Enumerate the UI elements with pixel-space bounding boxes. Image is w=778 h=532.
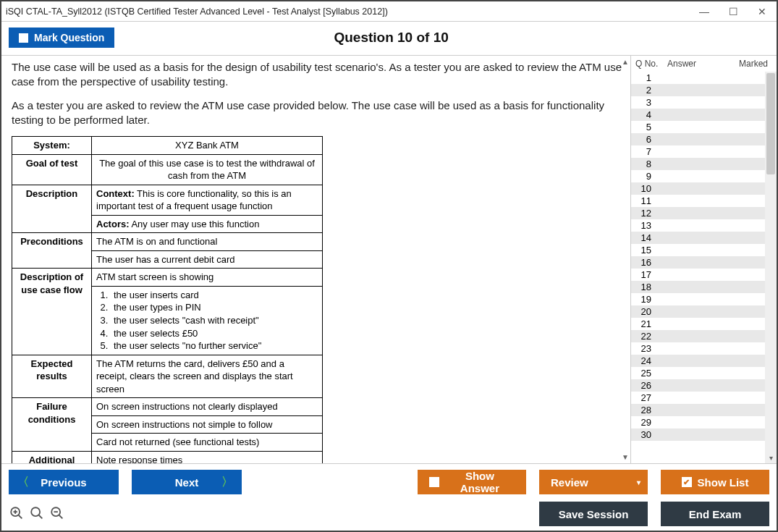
precond-2: The user has a current debit card [92, 250, 323, 269]
main-area: ▲ The use case will be used as a basis f… [1, 55, 777, 464]
marked-col: Marked [735, 59, 774, 69]
svg-line-5 [39, 515, 43, 519]
desc-actors: Actors: Any user may use this function [92, 215, 323, 233]
svg-line-7 [59, 515, 63, 519]
close-button[interactable]: ✕ [748, 2, 777, 21]
system-value: XYZ Bank ATM [92, 137, 323, 155]
goal-label: Goal of test [12, 154, 92, 185]
question-row-24[interactable]: 24 [631, 355, 765, 367]
end-exam-label: End Exam [689, 508, 742, 520]
desc-label: Description [12, 185, 92, 233]
expect-label: Expected results [12, 355, 92, 398]
zoom-reset-icon[interactable] [29, 505, 45, 521]
question-row-13[interactable]: 13 [631, 219, 765, 232]
previous-button[interactable]: 〈 Previous [9, 470, 119, 494]
question-row-8[interactable]: 8 [631, 158, 765, 170]
question-row-6[interactable]: 6 [631, 133, 765, 145]
scroll-thumb[interactable] [766, 73, 775, 174]
question-row-21[interactable]: 21 [631, 318, 765, 330]
svg-point-4 [31, 507, 40, 516]
question-row-10[interactable]: 10 [631, 182, 765, 195]
show-answer-label: Show Answer [445, 470, 515, 494]
question-content: ▲ The use case will be used as a basis f… [1, 56, 630, 463]
question-row-22[interactable]: 22 [631, 330, 765, 342]
precond-label: Preconditions [12, 233, 92, 269]
review-button[interactable]: Review ▾ [539, 470, 648, 494]
desc-context: Context: This is core functionality, so … [92, 185, 323, 215]
scroll-down-button[interactable]: ▾ [765, 452, 777, 463]
question-row-14[interactable]: 14 [631, 232, 765, 244]
top-bar: Mark Question Question 10 of 10 [1, 22, 777, 55]
scroll-down-icon[interactable]: ▼ [622, 452, 629, 463]
question-row-19[interactable]: 19 [631, 293, 765, 305]
show-list-button[interactable]: ✔ Show List [661, 470, 769, 494]
question-list[interactable]: 1234567891011121314151617181920212223242… [631, 72, 765, 463]
question-row-25[interactable]: 25 [631, 367, 765, 379]
chevron-right-icon: 〉 [221, 475, 233, 490]
bottom-bar: 〈 Previous Next 〉 Show Answer Review ▾ ✔… [1, 464, 777, 529]
question-list-panel: Q No. Answer Marked 12345678910111213141… [630, 56, 777, 463]
show-list-label: Show List [698, 476, 749, 489]
flow-intro: ATM start screen is showing [92, 269, 323, 287]
show-answer-button[interactable]: Show Answer [418, 470, 526, 494]
system-label: System: [12, 137, 92, 155]
fail-2: On screen instructions not simple to fol… [92, 415, 323, 434]
answer-col: Answer [667, 59, 735, 69]
end-exam-button[interactable]: End Exam [661, 502, 769, 526]
previous-label: Previous [41, 476, 86, 489]
window-controls: — ☐ ✕ [690, 2, 777, 21]
question-row-26[interactable]: 26 [631, 379, 765, 392]
question-row-1[interactable]: 1 [631, 72, 765, 84]
question-paragraph-1: The use case will be used as a basis for… [12, 60, 625, 90]
question-row-23[interactable]: 23 [631, 342, 765, 355]
precond-1: The ATM is on and functional [92, 233, 323, 251]
use-case-table: System: XYZ Bank ATM Goal of test The go… [12, 136, 323, 463]
question-row-7[interactable]: 7 [631, 145, 765, 158]
checkbox-checked-icon: ✔ [682, 477, 692, 487]
chevron-left-icon: 〈 [17, 475, 29, 490]
flow-step-5: the user selects "no further service" [111, 339, 318, 352]
question-row-17[interactable]: 17 [631, 269, 765, 281]
flow-step-3: the user selects "cash with receipt" [111, 314, 318, 327]
question-row-28[interactable]: 28 [631, 404, 765, 416]
expect-value: The ATM returns the card, delivers £50 a… [92, 355, 323, 398]
minimize-button[interactable]: — [690, 2, 719, 21]
flow-steps: the user inserts card the user types in … [92, 286, 323, 355]
save-session-label: Save Session [559, 508, 629, 520]
question-row-3[interactable]: 3 [631, 96, 765, 109]
goal-value: The goal of this use case is to test the… [92, 154, 323, 185]
question-row-20[interactable]: 20 [631, 305, 765, 318]
question-row-4[interactable]: 4 [631, 109, 765, 121]
zoom-out-icon[interactable] [49, 505, 65, 521]
question-row-18[interactable]: 18 [631, 281, 765, 293]
zoom-in-icon[interactable] [9, 505, 25, 521]
next-label: Next [175, 476, 199, 489]
question-row-12[interactable]: 12 [631, 207, 765, 219]
question-heading: Question 10 of 10 [13, 30, 769, 46]
question-row-30[interactable]: 30 [631, 428, 765, 441]
next-button[interactable]: Next 〉 [132, 470, 242, 494]
question-list-scrollbar[interactable]: ▴ ▾ [765, 72, 777, 463]
question-row-29[interactable]: 29 [631, 416, 765, 428]
question-row-11[interactable]: 11 [631, 195, 765, 207]
add-label: Additional [12, 451, 92, 463]
svg-line-1 [19, 515, 22, 519]
question-row-16[interactable]: 16 [631, 256, 765, 269]
question-row-2[interactable]: 2 [631, 84, 765, 96]
fail-1: On screen instructions not clearly displ… [92, 398, 323, 416]
scroll-up-icon[interactable]: ▲ [622, 57, 629, 67]
question-row-5[interactable]: 5 [631, 121, 765, 133]
flow-step-4: the user selects £50 [111, 327, 318, 340]
maximize-button[interactable]: ☐ [719, 2, 748, 21]
window-title: iSQI CTAL-TA_Syll2012 (ISTQB Certified T… [6, 7, 388, 17]
question-row-15[interactable]: 15 [631, 244, 765, 256]
flow-step-2: the user types in PIN [111, 301, 318, 314]
question-row-9[interactable]: 9 [631, 170, 765, 182]
review-label: Review [551, 476, 588, 489]
save-session-button[interactable]: Save Session [539, 502, 648, 526]
zoom-controls [9, 505, 65, 521]
add-value: Note response times [92, 451, 323, 463]
fail-3: Card not returned (see functional tests) [92, 434, 323, 452]
question-row-27[interactable]: 27 [631, 392, 765, 404]
question-paragraph-2: As a tester you are asked to review the … [12, 98, 625, 128]
